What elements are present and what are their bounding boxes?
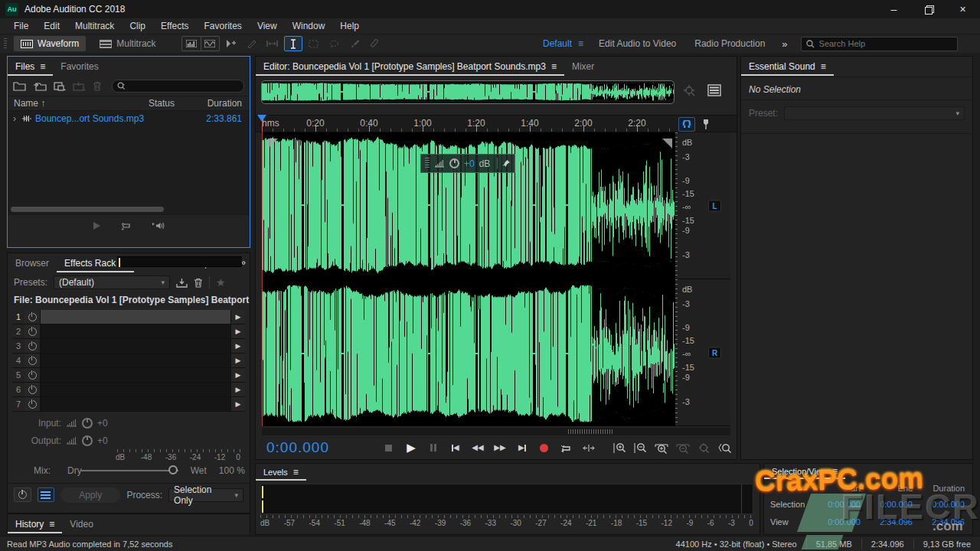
menu-window[interactable]: Window [285,19,333,33]
pause-button[interactable] [426,441,441,455]
playhead-marker-icon[interactable] [257,115,266,122]
menu-clip[interactable]: Clip [122,19,153,33]
skip-selection-button[interactable] [581,441,596,455]
rewind-button[interactable]: ◀◀ [470,441,485,455]
mix-slider-track[interactable] [80,470,178,471]
slot-power-button[interactable] [24,397,41,411]
menu-help[interactable]: Help [332,19,367,33]
slot-arrow-icon[interactable]: ▶ [230,324,245,338]
files-search-input[interactable] [129,81,239,90]
workspace-overflow-chevron[interactable]: » [776,38,792,50]
input-gain-knob[interactable] [82,418,93,429]
marquee-selection-tool[interactable] [305,36,323,51]
save-preset-icon[interactable] [176,278,188,288]
tab-essential-sound[interactable]: Essential Sound ≡ [741,57,834,76]
hud-pin-icon[interactable] [502,159,511,168]
display-options-icon[interactable] [707,84,721,96]
tab-editor[interactable]: Editor: Bouncepedia Vol 1 [Prototype Sam… [256,57,564,76]
skip-to-start-button[interactable]: ◀ [448,441,463,455]
effect-slot-5[interactable]: 5 ▶ [12,368,245,383]
menu-multitrack[interactable]: Multitrack [67,19,122,33]
menu-effects[interactable]: Effects [153,19,196,33]
column-status[interactable]: Status [149,98,194,109]
snap-toggle-button[interactable] [678,117,695,132]
insert-into-multitrack-icon[interactable] [73,81,86,91]
play-button[interactable]: ▶ [403,441,419,455]
zoom-out-time-button[interactable] [634,442,647,454]
zoom-full-button[interactable] [718,442,731,454]
spectral-frequency-icon[interactable] [182,37,201,51]
files-horizontal-scrollbar[interactable] [11,207,164,212]
effect-slot-7[interactable]: 7 ▶ [12,397,245,412]
zoom-navigator-icon[interactable] [683,84,697,98]
waveform-display[interactable]: +0 dB [262,132,675,426]
move-playhead-tool[interactable] [222,36,240,51]
stop-button[interactable] [381,441,397,455]
auto-play-speaker-icon[interactable] [152,221,165,230]
waveform-overview[interactable] [261,80,675,104]
new-content-icon[interactable] [54,81,66,91]
slot-power-button[interactable] [24,339,41,353]
waveform-view-button[interactable]: Waveform [14,36,86,51]
slot-well[interactable] [41,324,230,338]
selection-handle-right[interactable] [662,139,672,148]
tab-history[interactable]: History ≡ [8,514,62,533]
menu-favorites[interactable]: Favorites [197,19,250,33]
volume-hud[interactable]: +0 dB [420,154,515,173]
output-gain-knob[interactable] [82,435,93,446]
files-panel-menu-icon[interactable]: ≡ [40,61,45,72]
marker-pin-icon[interactable] [701,119,710,130]
effect-slot-4[interactable]: 4 ▶ [12,354,245,368]
slip-tool[interactable] [263,36,282,51]
column-duration[interactable]: Duration [194,98,250,109]
slot-well[interactable] [41,354,230,367]
slot-arrow-icon[interactable]: ▶ [230,310,245,324]
help-search-input[interactable] [819,39,952,48]
scrollbar-thumb[interactable] [568,429,612,434]
fast-forward-button[interactable]: ▶▶ [492,441,508,455]
apply-button[interactable]: Apply [60,487,120,503]
slot-power-button[interactable] [24,383,41,396]
menu-file[interactable]: File [6,19,36,33]
process-dropdown[interactable]: Selection Only ▾ [168,488,243,502]
slot-well[interactable] [41,383,230,396]
tab-video[interactable]: Video [62,514,100,533]
hud-grip-icon[interactable] [425,158,430,169]
effect-slot-6[interactable]: 6 ▶ [12,383,245,397]
slot-well[interactable] [41,310,230,324]
waveform-display-icon[interactable] [201,37,219,51]
file-row[interactable]: › Bouncep...ort Sounds.mp3 2:33.861 [8,111,250,126]
time-selection-tool[interactable] [284,36,302,51]
left-channel-badge[interactable]: L [708,200,721,211]
slot-power-button[interactable] [24,354,41,367]
workspace-menu-icon[interactable]: ≡ [578,38,583,49]
workspace-radio-production[interactable]: Radio Production [687,38,773,49]
workspace-default[interactable]: Default [532,38,575,49]
toggle-list-button[interactable] [38,487,55,502]
import-files-icon[interactable] [33,81,47,91]
zoom-in-time-button[interactable] [613,442,626,454]
close-button[interactable]: × [946,0,980,18]
zoom-out-point-button[interactable] [676,442,690,454]
preview-play-icon[interactable] [93,221,101,230]
multitrack-view-button[interactable]: Multitrack [93,36,162,51]
slot-power-button[interactable] [24,310,41,324]
essential-panel-menu-icon[interactable]: ≡ [821,61,826,72]
slot-arrow-icon[interactable]: ▶ [230,339,245,353]
playhead-line[interactable] [262,115,263,426]
timeline-ruler[interactable]: 0:20 0:40 1:00 1:20 1:40 2:00 2:20 hms [256,115,737,132]
right-channel-badge[interactable]: R [708,347,721,358]
slot-arrow-icon[interactable]: ▶ [230,368,245,382]
favorite-star-icon[interactable]: ★ [216,276,226,289]
slot-well[interactable] [41,339,230,353]
loop-playback-button[interactable] [559,441,574,455]
record-button[interactable] [537,441,552,455]
tab-mixer[interactable]: Mixer [564,57,602,76]
tab-files[interactable]: Files ≡ [8,57,53,76]
menu-view[interactable]: View [250,19,285,33]
delete-file-icon[interactable] [93,81,102,91]
minimize-button[interactable]: – [877,0,911,18]
slot-power-button[interactable] [24,324,41,338]
preset-dropdown[interactable]: (Default) ▾ [54,276,170,289]
loop-preview-icon[interactable] [121,221,132,230]
